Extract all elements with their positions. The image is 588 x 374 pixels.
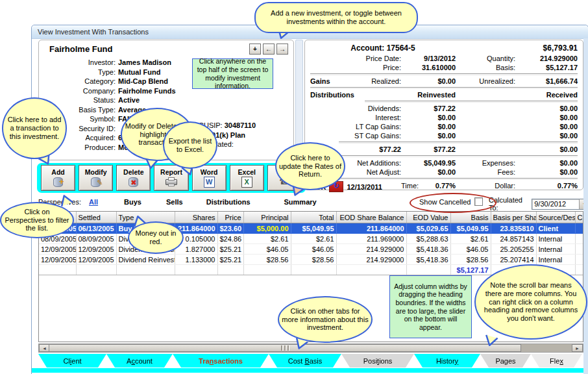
perspective-distributions[interactable]: Distributions	[206, 198, 251, 206]
column-header-basis-per-share[interactable]: Basis per Share	[491, 212, 536, 223]
show-cancelled-checkbox[interactable]	[474, 197, 483, 206]
realized-label: Realized:	[371, 77, 401, 86]
basis-value: $5,127.17	[515, 63, 578, 72]
add-button[interactable]: Add +	[41, 165, 75, 191]
divider	[339, 142, 578, 143]
modify-button[interactable]: Modify ✎	[79, 165, 113, 191]
scrollbar-thumb[interactable]	[49, 344, 521, 352]
dividends-label: Dividends:	[310, 104, 401, 113]
show-cancelled-label: Show Cancelled	[419, 198, 471, 206]
tab-cost-basis[interactable]: Cost Basis	[269, 354, 341, 368]
field-value: Mutual Fund	[118, 68, 160, 77]
perspective-sells[interactable]: Sells	[166, 198, 183, 206]
field-value: James Madison	[118, 58, 171, 68]
column-header-principal[interactable]: Principal	[243, 212, 291, 223]
unrealized-label: Unrealized:	[456, 77, 515, 86]
column-header-clipped[interactable]: C	[575, 212, 583, 223]
tab-transactions[interactable]: Transactions	[173, 354, 269, 368]
divider	[310, 178, 578, 180]
perspective-buys[interactable]: Buys	[124, 198, 141, 206]
price-value: 31.610000	[401, 63, 456, 72]
column-header-total[interactable]: Total	[291, 212, 336, 223]
perspective-summary[interactable]: Summary	[284, 198, 317, 206]
tab-pages[interactable]: Pages	[480, 354, 531, 368]
expenses-value: $0.00	[515, 158, 578, 168]
lt-cap-gains-reinvested: $0.00	[401, 122, 456, 131]
callout-scrollbar-note: Note the scroll bar means there are more…	[474, 264, 587, 340]
basis-total: $5,127.17	[450, 265, 491, 275]
database-plus-icon: +	[42, 176, 75, 188]
expenses-label: Expenses:	[456, 158, 515, 168]
callout-modify-info: Click anywhere on the top half of the sc…	[192, 58, 273, 89]
realized-value: $0.00	[401, 77, 456, 86]
calculated-to-dropdown[interactable]: 9/30/2012 ▼	[532, 199, 588, 210]
time-ror-value: 0.77%	[435, 181, 456, 192]
cusip-value: 30487110	[225, 121, 256, 129]
st-cap-gains-received: $0.00	[515, 131, 578, 140]
tab-positions[interactable]: Positions	[341, 354, 414, 368]
perspectives-bar: Perspectives: All Buys Sells Distributio…	[38, 195, 583, 208]
st-cap-gains-label: ST Cap Gains:	[310, 131, 401, 140]
column-header-price[interactable]: Price	[217, 212, 243, 223]
bottom-cyan-strip	[32, 368, 588, 373]
quantity-label: Quantity:	[456, 54, 515, 63]
field-label: Company:	[39, 86, 118, 96]
tab-client[interactable]: Client	[38, 354, 106, 368]
net-additions-value: $5,049.95	[401, 158, 456, 168]
distributions-total-received: $0.00	[515, 145, 578, 154]
excel-button[interactable]: Excel X	[230, 165, 264, 191]
interest-label: Interest:	[310, 113, 401, 122]
column-header-shares[interactable]: Shares	[175, 212, 217, 223]
perspective-all[interactable]: All	[89, 198, 98, 206]
unrealized-value: $1,666.74	[515, 77, 578, 86]
tab-account[interactable]: Account	[106, 354, 173, 368]
window-title: View Investment With Transactions	[38, 28, 149, 36]
column-header-eod-share-balance[interactable]: EOD Share Balance	[336, 212, 406, 223]
price-date-label: Price Date:	[310, 54, 401, 63]
tab-flex[interactable]: Flex	[531, 354, 582, 368]
word-button[interactable]: Word W	[192, 165, 227, 191]
table-row[interactable]: 12/09/200512/09/2005Dividend Reinvested …	[39, 255, 583, 265]
column-header-basis[interactable]: Basis	[450, 212, 491, 223]
divider	[310, 155, 578, 157]
calculated-to-value: 9/30/2012	[532, 200, 579, 208]
prev-investment-button[interactable]: ←	[263, 44, 275, 55]
table-row[interactable]: 12/09/200512/09/2005Dividend Reinvested …	[39, 244, 583, 255]
field-value: Active	[118, 95, 140, 105]
account-number: Account: 17564-5	[310, 43, 456, 54]
horizontal-scrollbar[interactable]: ◄ ►	[38, 343, 583, 353]
dollar-label: Dollar:	[456, 181, 515, 192]
word-icon: W	[193, 176, 226, 188]
fees-value: $0.00	[515, 168, 578, 177]
lt-cap-gains-label: LT Cap Gains:	[310, 122, 401, 131]
field-value: Mid-Cap Blend	[118, 77, 168, 86]
add-investment-button[interactable]: +	[249, 44, 261, 55]
column-header-source-destination[interactable]: Source/Destinatio	[536, 212, 575, 223]
callout-perspectives: Click on Perspectives to filter the list…	[0, 202, 74, 238]
investment-nav: + ← →	[249, 44, 288, 55]
distributions-section: Distributions	[310, 90, 401, 99]
excel-icon: X	[230, 176, 263, 188]
callout-money-red: Money out in red.	[128, 221, 184, 254]
divider	[310, 73, 578, 75]
price-date-value: 9/13/2012	[401, 54, 456, 63]
database-delete-icon: ✖	[117, 176, 150, 188]
next-investment-button[interactable]: →	[276, 44, 288, 55]
transaction-toolbar: Add + Modify ✎ Delete ✖ Report Word W Ex…	[37, 163, 306, 193]
calculated-to-label: Calculated To:	[489, 196, 529, 212]
table-row[interactable]: 08/09/200508/09/2005Dividend Reinvested …	[39, 234, 583, 244]
window-right-frame	[583, 38, 588, 374]
database-pencil-icon: ✎	[79, 176, 112, 188]
tab-history[interactable]: History	[414, 354, 480, 368]
st-cap-gains-reinvested: $0.00	[401, 131, 456, 140]
net-adjust-value: $0.00	[401, 168, 456, 177]
column-header-settled[interactable]: Settled	[76, 212, 116, 223]
printer-icon	[154, 176, 188, 188]
fees-label: Fees:	[456, 168, 515, 177]
table-row-selected[interactable]: 06/13/200506/13/2005Buy From Client 211.…	[39, 223, 583, 234]
price-label: Price:	[310, 63, 401, 72]
basis-label: Basis:	[456, 63, 515, 72]
time-label: Time:	[401, 181, 419, 192]
column-header-eod-value[interactable]: EOD Value	[406, 212, 450, 223]
scroll-right-icon[interactable]: ►	[572, 344, 583, 352]
